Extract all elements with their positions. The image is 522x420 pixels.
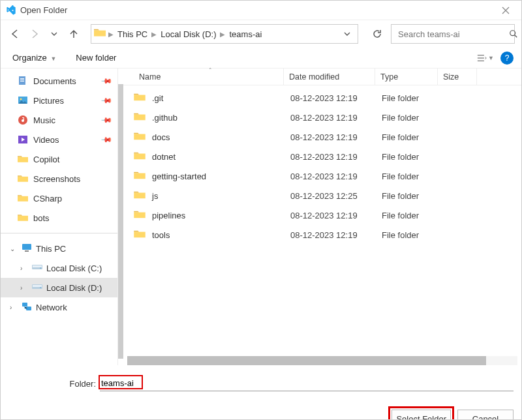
- back-button[interactable]: [7, 26, 23, 42]
- column-type[interactable]: Type: [375, 68, 438, 85]
- chevron-down-icon: ⌄: [10, 245, 18, 252]
- breadcrumb[interactable]: ▶ This PC ▶ Local Disk (D:) ▶ teams-ai: [91, 24, 358, 44]
- close-button[interactable]: [495, 3, 516, 18]
- file-name: docs: [152, 132, 290, 142]
- sidebar-item-label: Copilot: [33, 155, 59, 164]
- column-size[interactable]: Size: [438, 68, 477, 85]
- folder-icon: [134, 210, 146, 220]
- annotation-highlight: Select Folder: [392, 410, 451, 420]
- file-row[interactable]: pipelines08-12-2023 12:19File folder: [127, 205, 521, 225]
- svg-rect-12: [33, 265, 42, 267]
- svg-rect-10: [25, 250, 29, 252]
- column-date[interactable]: Date modified: [284, 68, 375, 85]
- folder-icon: [134, 93, 146, 103]
- search-input[interactable]: [397, 29, 509, 40]
- file-type: File folder: [382, 191, 444, 201]
- footer: Folder: Select Folder Cancel: [1, 365, 521, 420]
- file-row[interactable]: docs08-12-2023 12:19File folder: [127, 127, 521, 147]
- tree-drive-c[interactable]: › Local Disk (C:): [1, 258, 117, 278]
- search-box[interactable]: [391, 24, 515, 44]
- folder-icon: [134, 151, 146, 162]
- file-row[interactable]: getting-started08-12-2023 12:19File fold…: [127, 166, 521, 186]
- folder-icon: [134, 132, 146, 142]
- breadcrumb-seg-drive[interactable]: Local Disk (D:): [158, 29, 219, 39]
- select-folder-button[interactable]: Select Folder: [392, 410, 451, 420]
- vscode-icon: [6, 5, 16, 16]
- drive-icon: [32, 263, 42, 273]
- tree-label: Local Disk (D:): [46, 283, 102, 293]
- refresh-button[interactable]: [367, 24, 387, 44]
- chevron-right-icon: ›: [10, 304, 18, 311]
- tree-thispc[interactable]: ⌄ This PC: [1, 239, 117, 258]
- sidebar-item-copilot[interactable]: Copilot: [1, 149, 117, 169]
- svg-rect-15: [33, 285, 42, 287]
- forward-button[interactable]: [27, 26, 42, 42]
- file-name: tools: [152, 230, 290, 240]
- pic-icon: [18, 95, 28, 106]
- folder-icon: [18, 154, 28, 164]
- recent-dropdown[interactable]: [46, 26, 62, 42]
- breadcrumb-dropdown[interactable]: [339, 30, 355, 38]
- folder-icon: [134, 112, 146, 123]
- help-button[interactable]: ?: [500, 52, 514, 65]
- pin-icon: 📌: [100, 94, 112, 106]
- file-name: .github: [152, 113, 290, 123]
- sidebar-item-bots[interactable]: bots: [1, 208, 117, 228]
- breadcrumb-seg-folder[interactable]: teams-ai: [226, 29, 264, 39]
- scrollbar-vertical[interactable]: [118, 84, 123, 359]
- view-options-button[interactable]: ▼: [477, 50, 494, 66]
- music-icon: [18, 115, 28, 125]
- sidebar-item-label: Screenshots: [33, 174, 80, 184]
- network-icon: [22, 302, 32, 312]
- footer-buttons: Select Folder Cancel: [8, 410, 514, 420]
- search-icon: [509, 29, 518, 38]
- file-row[interactable]: .github08-12-2023 12:19File folder: [127, 108, 521, 127]
- video-icon: [18, 134, 28, 145]
- file-date: 08-12-2023 12:19: [290, 152, 382, 162]
- sidebar: Documents📌Pictures📌Music📌Videos📌CopilotS…: [1, 68, 118, 365]
- breadcrumb-seg-thispc[interactable]: This PC: [115, 29, 150, 39]
- file-type: File folder: [382, 230, 444, 240]
- file-name: .git: [152, 93, 290, 103]
- svg-point-13: [40, 267, 41, 269]
- file-row[interactable]: .git08-12-2023 12:19File folder: [127, 88, 521, 108]
- file-row[interactable]: js08-12-2023 12:25File folder: [127, 186, 521, 205]
- file-row[interactable]: tools08-12-2023 12:19File folder: [127, 225, 521, 245]
- svg-point-6: [20, 98, 22, 100]
- chevron-right-icon: ▶: [107, 31, 115, 38]
- sidebar-item-documents[interactable]: Documents📌: [1, 71, 117, 91]
- folder-input[interactable]: [100, 378, 514, 389]
- folder-input-wrap[interactable]: [100, 376, 514, 391]
- file-row[interactable]: dotnet08-12-2023 12:19File folder: [127, 147, 521, 166]
- cancel-button[interactable]: Cancel: [457, 410, 514, 420]
- organize-menu[interactable]: Organize ▼: [8, 50, 60, 65]
- sidebar-item-screenshots[interactable]: Screenshots: [1, 169, 117, 188]
- file-name: pipelines: [152, 211, 290, 220]
- folder-icon: [134, 171, 146, 181]
- folder-icon: [18, 173, 28, 184]
- sidebar-item-label: Music: [33, 115, 55, 125]
- new-folder-button[interactable]: New folder: [72, 50, 120, 65]
- folder-icon: [134, 190, 146, 201]
- column-name[interactable]: ˄Name: [134, 68, 284, 85]
- file-date: 08-12-2023 12:19: [290, 172, 382, 181]
- window-title: Open Folder: [20, 5, 495, 15]
- folder-icon: [94, 28, 106, 40]
- folder-field-row: Folder:: [8, 376, 514, 391]
- sidebar-item-videos[interactable]: Videos📌: [1, 130, 117, 149]
- file-date: 08-12-2023 12:19: [290, 132, 382, 142]
- svg-rect-17: [22, 303, 27, 307]
- sidebar-item-label: Documents: [33, 76, 76, 86]
- sidebar-item-pictures[interactable]: Pictures📌: [1, 91, 117, 110]
- svg-rect-4: [20, 81, 24, 82]
- file-name: js: [152, 191, 290, 201]
- sidebar-item-csharp[interactable]: CSharp: [1, 188, 117, 208]
- tree-drive-d[interactable]: › Local Disk (D:): [1, 278, 117, 297]
- tree-network[interactable]: › Network: [1, 297, 117, 317]
- folder-icon: [18, 213, 28, 223]
- up-button[interactable]: [66, 26, 82, 42]
- sidebar-item-music[interactable]: Music📌: [1, 110, 117, 130]
- scrollbar-horizontal[interactable]: [127, 356, 517, 365]
- chevron-right-icon: ▶: [150, 31, 158, 38]
- body: Documents📌Pictures📌Music📌Videos📌CopilotS…: [1, 68, 521, 365]
